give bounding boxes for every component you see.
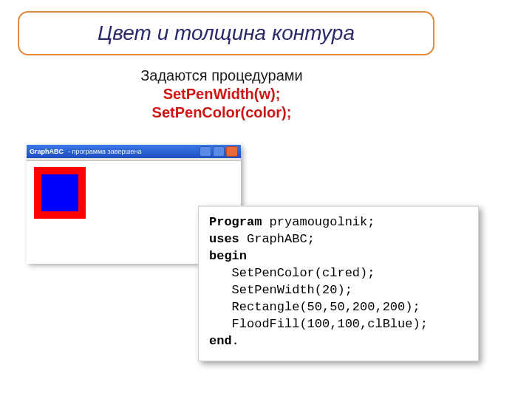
- code-kw-end: end: [209, 334, 232, 348]
- code-l1-rest: pryamougolnik;: [262, 215, 375, 229]
- rectangle-pen: [34, 167, 86, 219]
- code-l8-rest: .: [232, 334, 239, 348]
- code-kw-uses: uses: [209, 232, 239, 246]
- code-l2-rest: GraphABC;: [239, 232, 315, 246]
- subtitle-proc-1: SetPenWidth(w);: [163, 86, 281, 102]
- code-l7: FloodFill(100,100,clBlue);: [209, 317, 428, 331]
- subtitle-proc-2: SetPenColor(color);: [152, 104, 292, 120]
- window-app-name: GraphABC: [30, 148, 64, 155]
- window-titlebar: GraphABC - программа завершена: [27, 145, 241, 158]
- code-l6: Rectangle(50,50,200,200);: [209, 300, 420, 314]
- code-listing: Program pryamougolnik; uses GraphABC; be…: [209, 214, 468, 350]
- window-doc-label: - программа завершена: [68, 148, 142, 155]
- maximize-icon: [213, 146, 225, 157]
- rectangle-fill: [41, 174, 78, 211]
- title-panel: Цвет и толщина контура: [18, 11, 434, 55]
- code-kw-program: Program: [209, 215, 262, 229]
- subtitle-intro: Задаются процедурами: [140, 67, 302, 83]
- code-panel: Program pryamougolnik; uses GraphABC; be…: [198, 205, 479, 361]
- subtitle-block: Задаются процедурами SetPenWidth(w); Set…: [0, 66, 443, 122]
- code-l5: SetPenWidth(20);: [209, 283, 352, 297]
- code-l4: SetPenColor(clred);: [209, 266, 375, 280]
- minimize-icon: [200, 146, 211, 157]
- page-title: Цвет и толщина контура: [98, 21, 355, 45]
- code-kw-begin: begin: [209, 249, 247, 263]
- close-icon: [226, 146, 238, 157]
